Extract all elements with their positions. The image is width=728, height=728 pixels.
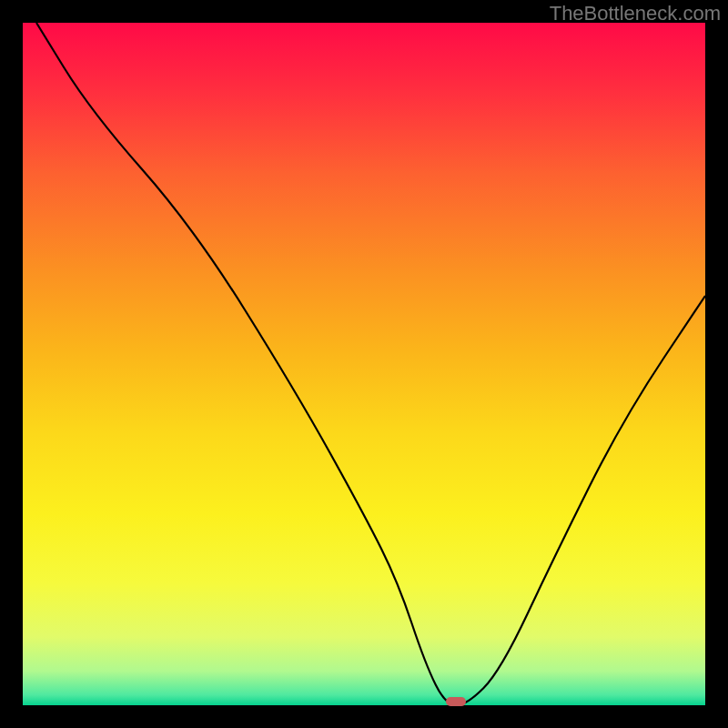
plot-area xyxy=(23,23,705,705)
optimal-marker xyxy=(446,697,466,706)
watermark-text: TheBottleneck.com xyxy=(550,2,721,25)
bottleneck-curve xyxy=(36,23,705,705)
chart-container: TheBottleneck.com xyxy=(0,0,728,728)
curve-layer xyxy=(23,23,705,705)
